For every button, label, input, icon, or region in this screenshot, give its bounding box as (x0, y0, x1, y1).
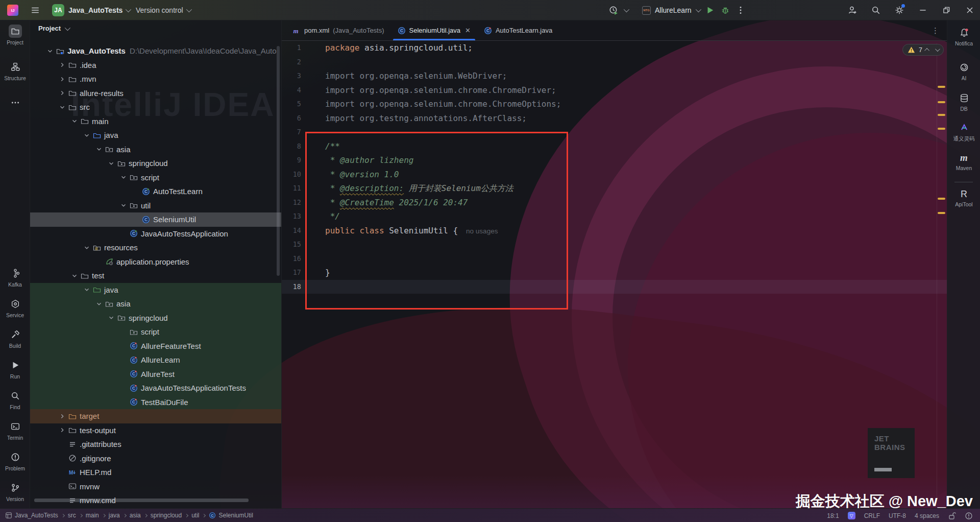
tree-item-test-output[interactable]: test-output (30, 423, 282, 438)
tree-item-testbaidufile[interactable]: CTestBaiDuFile (30, 395, 282, 410)
chevron-down-icon[interactable] (93, 297, 105, 311)
tab-options-icon[interactable]: ⋮ (930, 26, 941, 36)
code-line-2[interactable]: 2 (282, 55, 947, 69)
code-line-3[interactable]: 3import org.openqa.selenium.WebDriver; (282, 69, 947, 83)
stripe-item-ai[interactable]: AI (947, 61, 980, 81)
tree-item-javaautotests[interactable]: Java_AutoTestsD:\Development\Java\IdeaCo… (30, 44, 282, 58)
breadcrumb-src[interactable]: src (68, 512, 76, 519)
chevron-down-icon[interactable] (624, 7, 629, 12)
chevron-down-icon[interactable] (93, 143, 105, 156)
stripe-item-problem[interactable]: Problem (0, 450, 30, 471)
tree-item-script[interactable]: script (30, 325, 282, 339)
breadcrumb-java_autotests[interactable]: Java_AutoTests (5, 512, 58, 519)
code-line-4[interactable]: 4import org.openqa.selenium.chrome.Chrom… (282, 83, 947, 98)
tree-item-.gitignore[interactable]: .gitignore (30, 452, 282, 466)
code-line-5[interactable]: 5import org.openqa.selenium.chrome.Chrom… (282, 97, 947, 111)
tree-item-test[interactable]: test (30, 269, 282, 283)
debug-button[interactable] (720, 5, 730, 15)
breadcrumb-java[interactable]: java (109, 512, 120, 519)
warning-mark[interactable] (938, 114, 945, 116)
chevron-down-icon[interactable] (117, 171, 129, 184)
close-tab-icon[interactable]: ✕ (465, 27, 471, 34)
encoding-selector[interactable]: UTF-8 (889, 512, 906, 519)
stripe-item-[interactable]: 通义灵码 (947, 122, 980, 143)
stripe-item-notifica[interactable]: Notifica (947, 27, 980, 46)
stripe-item-maven[interactable]: mMaven (947, 152, 980, 171)
stripe-item-termin[interactable]: Termin (0, 420, 30, 441)
tree-item-asia[interactable]: asia (30, 143, 282, 157)
stripe-item-db[interactable]: DB (947, 92, 980, 112)
tree-item-src[interactable]: src (30, 100, 282, 114)
chevron-down-icon[interactable] (56, 100, 68, 114)
tree-item-resources[interactable]: resources (30, 241, 282, 255)
caret-position[interactable]: 18:1 (827, 512, 839, 519)
restore-button[interactable] (941, 5, 951, 15)
chevron-down-icon[interactable] (81, 283, 92, 297)
warning-mark[interactable] (938, 101, 945, 103)
tree-item-java[interactable]: java (30, 128, 282, 143)
code-line-6[interactable]: 6import org.testng.annotations.AfterClas… (282, 111, 947, 126)
stripe-item-build[interactable]: Build (0, 328, 30, 349)
settings-gear-icon[interactable] (894, 5, 904, 15)
run-button[interactable] (705, 5, 715, 15)
tree-item-application.properties[interactable]: application.properties (30, 255, 282, 269)
stripe-item-service[interactable]: Service (0, 297, 30, 318)
chevron-down-icon[interactable] (68, 269, 80, 282)
stripe-item-kafka[interactable]: Kafka (0, 267, 30, 288)
project-switcher[interactable]: Java_AutoTests (68, 0, 130, 20)
main-menu-button[interactable] (29, 4, 42, 16)
tree-item-javaautotestsapplication[interactable]: CJavaAutoTestsApplication (30, 227, 282, 241)
warning-mark[interactable] (938, 198, 945, 200)
tree-item-seleniumutil[interactable]: CSeleniumUtil (30, 212, 282, 227)
stripe-item-more[interactable] (0, 96, 30, 109)
tree-item-javaautotestsapplicationtests[interactable]: CJavaAutoTestsApplicationTests (30, 381, 282, 395)
breadcrumb-springcloud[interactable]: springcloud (151, 512, 182, 519)
chevron-right-icon[interactable] (56, 423, 68, 437)
chevron-down-icon[interactable] (81, 241, 92, 254)
chevron-right-icon[interactable] (56, 409, 68, 423)
chevron-down-icon[interactable] (68, 114, 80, 128)
search-everywhere-icon[interactable] (871, 5, 881, 15)
breadcrumb-asia[interactable]: asia (130, 512, 141, 519)
run-configuration-selector[interactable]: NTG AllureLearn (642, 6, 700, 15)
chevron-right-icon[interactable] (56, 58, 68, 72)
stripe-item-apitool[interactable]: RApiTool (947, 189, 980, 207)
line-ending-selector[interactable]: CRLF (864, 512, 880, 519)
tree-item-util[interactable]: util (30, 199, 282, 213)
editor-tab-pom.xml[interactable]: m pom.xml (Java_AutoTests) (286, 20, 391, 40)
inspections-widget[interactable]: 7 (902, 44, 944, 56)
minimize-button[interactable] (918, 5, 928, 15)
tree-vertical-scrollbar[interactable] (277, 46, 280, 276)
inspections-status-icon[interactable] (965, 512, 973, 520)
warning-mark[interactable] (938, 212, 945, 214)
code-with-me-icon[interactable] (847, 5, 857, 15)
tree-item-script[interactable]: script (30, 171, 282, 185)
breadcrumb-main[interactable]: main (86, 512, 99, 519)
lock-open-icon[interactable] (948, 512, 956, 520)
tree-item-.mvn[interactable]: .mvn (30, 72, 282, 86)
warning-mark[interactable] (938, 86, 945, 88)
breadcrumb-seleniumutil[interactable]: CSeleniumUtil (209, 512, 253, 519)
chevron-down-icon[interactable] (44, 44, 56, 58)
stripe-item-structure[interactable]: Structure (0, 60, 30, 81)
editor-tab-seleniumutil.java[interactable]: C SeleniumUtil.java✕ (391, 20, 477, 40)
tree-item-autotestlearn[interactable]: CAutoTestLearn (30, 184, 282, 199)
warning-mark[interactable] (938, 128, 945, 130)
breadcrumb-util[interactable]: util (191, 512, 199, 519)
chevron-right-icon[interactable] (56, 72, 68, 86)
stripe-item-version[interactable]: Version (0, 481, 30, 502)
tree-item-main[interactable]: main (30, 114, 282, 129)
tree-item-allurefeaturetest[interactable]: CAllureFeatureTest (30, 339, 282, 353)
stripe-item-project[interactable]: Project (0, 25, 30, 45)
chevron-down-icon[interactable] (117, 199, 129, 212)
tree-item-alluretest[interactable]: CAllureTest (30, 367, 282, 382)
chevron-down-icon[interactable] (105, 156, 117, 170)
vcs-widget[interactable]: Version control (136, 0, 190, 20)
editor-tab-autotestlearn.java[interactable]: C AutoTestLearn.java (477, 20, 559, 40)
chevron-down-icon[interactable] (105, 311, 117, 325)
code-line-1[interactable]: 1package asia.springcloud.util; (282, 41, 947, 55)
tree-item-asia[interactable]: asia (30, 297, 282, 311)
next-warning-icon[interactable] (935, 46, 940, 52)
tree-item-target[interactable]: target (30, 409, 282, 423)
tree-horizontal-scrollbar[interactable] (34, 499, 249, 502)
